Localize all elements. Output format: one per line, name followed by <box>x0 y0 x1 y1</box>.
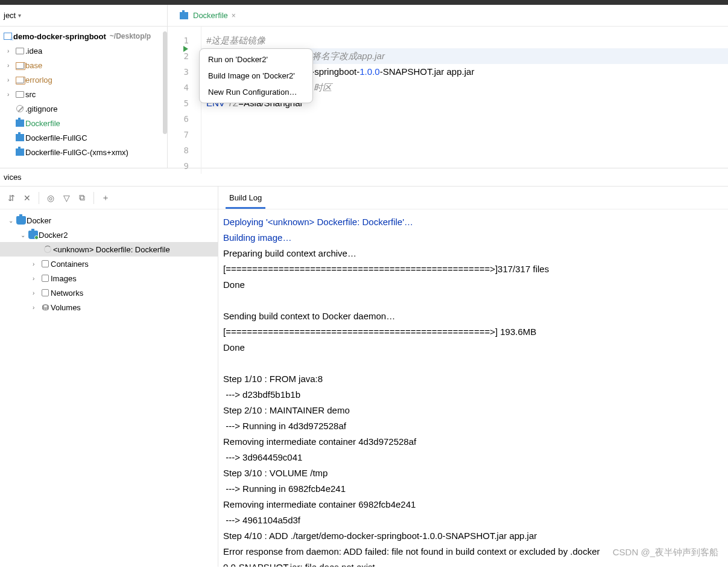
menu-run-docker2[interactable]: Run on 'Docker2' <box>200 51 312 68</box>
window-titlebar <box>0 0 728 5</box>
whale-connected-icon <box>28 231 39 239</box>
volumes-icon: ⛁ <box>40 303 51 312</box>
spinner-icon <box>42 246 53 253</box>
tree-item-gitignore[interactable]: .gitignore <box>0 101 167 116</box>
svc-label: Networks <box>51 289 83 298</box>
tree-item-errorlog[interactable]: › errorlog <box>0 72 167 87</box>
tree-item-src[interactable]: › src <box>0 87 167 101</box>
chevron-right-icon: › <box>33 261 40 267</box>
folder-icon <box>14 62 25 69</box>
chevron-right-icon: › <box>7 48 14 54</box>
svc-images[interactable]: › Images <box>0 271 218 286</box>
menu-new-run-config[interactable]: New Run Configuration… <box>200 84 312 100</box>
menu-build-image[interactable]: Build Image on 'Docker2' <box>200 68 312 84</box>
add-icon[interactable]: ＋ <box>99 191 112 205</box>
tree-item-dockerfile-fullgc[interactable]: Dockerfile-FullGC <box>0 130 167 145</box>
networks-icon <box>40 289 51 296</box>
build-log-tabs: Build Log <box>218 187 728 209</box>
project-header-label: ject <box>4 11 16 20</box>
project-root-name: demo-docker-springboot <box>13 32 106 41</box>
editor-tab-dockerfile[interactable]: Dockerfile × <box>168 5 244 27</box>
svc-label: Docker <box>27 216 51 225</box>
tree-label: Dockerfile-FullGC <box>25 133 87 142</box>
project-panel: ject ▾ demo-docker-springboot ~/Desktop/… <box>0 5 168 168</box>
whale-icon <box>16 216 27 225</box>
chevron-down-icon: ⌄ <box>8 217 16 224</box>
containers-icon <box>40 260 51 267</box>
expand-all-icon[interactable]: ⇵ <box>5 191 18 205</box>
context-menu: Run on 'Docker2' Build Image on 'Docker2… <box>199 48 313 103</box>
close-icon[interactable]: × <box>232 11 236 20</box>
svc-networks[interactable]: › Networks <box>0 286 218 300</box>
tree-label: .idea <box>25 46 42 56</box>
svc-docker[interactable]: ⌄ Docker <box>0 213 218 228</box>
project-tree: demo-docker-springboot ~/Desktop/p › .id… <box>0 27 167 162</box>
services-toolbar: ⇵ ✕ ◎ ▽ ⧉ ＋ <box>0 187 218 209</box>
tree-label: Dockerfile <box>25 119 60 128</box>
docker-icon <box>14 134 25 141</box>
chevron-right-icon: › <box>7 91 14 98</box>
separator <box>93 192 94 204</box>
chevron-right-icon: › <box>33 304 40 311</box>
project-root-path: ~/Desktop/p <box>110 32 151 40</box>
svc-label: <unknown> Dockerfile: Dockerfile <box>53 245 170 254</box>
services-right-panel: Build Log Deploying '<unknown> Dockerfil… <box>218 187 728 567</box>
docker-icon <box>179 12 189 19</box>
svc-label: Images <box>51 274 77 283</box>
services-body: ⇵ ✕ ◎ ▽ ⧉ ＋ ⌄ Docker ⌄ Docker2 <unknown>… <box>0 187 728 567</box>
tree-label: base <box>25 61 42 70</box>
docker-icon <box>14 148 25 156</box>
main-area: ject ▾ demo-docker-springboot ~/Desktop/… <box>0 5 728 168</box>
ignore-icon <box>14 105 25 112</box>
tab-build-log[interactable]: Build Log <box>226 188 265 209</box>
watermark: CSDN @_夜半钟声到客船 <box>613 547 718 558</box>
folder-icon <box>14 48 25 54</box>
services-left-panel: ⇵ ✕ ◎ ▽ ⧉ ＋ ⌄ Docker ⌄ Docker2 <unknown>… <box>0 187 218 567</box>
scrollbar-thumb[interactable] <box>163 31 167 134</box>
tree-label: Dockerfile-FullGC-(xms+xmx) <box>25 148 128 157</box>
svc-running-dockerfile[interactable]: <unknown> Dockerfile: Dockerfile <box>0 242 218 257</box>
chevron-down-icon: ⌄ <box>21 232 28 238</box>
services-tree: ⌄ Docker ⌄ Docker2 <unknown> Dockerfile:… <box>0 209 218 318</box>
filter-icon[interactable]: ▽ <box>60 191 73 205</box>
project-icon <box>2 33 13 40</box>
svc-label: Volumes <box>51 303 81 312</box>
tree-item-base[interactable]: › base <box>0 58 167 72</box>
tree-item-dockerfile[interactable]: Dockerfile <box>0 116 167 130</box>
tree-label: errorlog <box>25 75 52 85</box>
open-icon[interactable]: ⧉ <box>75 191 89 205</box>
separator <box>39 192 39 204</box>
svc-label: Docker2 <box>39 231 68 240</box>
chevron-down-icon: ▾ <box>18 12 21 19</box>
chevron-right-icon: › <box>33 290 40 296</box>
services-title: vices <box>4 173 22 182</box>
images-icon <box>40 275 51 282</box>
folder-icon <box>14 91 25 98</box>
svc-docker2[interactable]: ⌄ Docker2 <box>0 228 218 242</box>
editor-tab-bar: Dockerfile × <box>168 5 728 27</box>
tree-item-idea[interactable]: › .idea <box>0 43 167 58</box>
tree-label: src <box>25 90 36 99</box>
tab-label: Dockerfile <box>193 11 228 20</box>
tree-item-dockerfile-fullgc-xms[interactable]: Dockerfile-FullGC-(xms+xmx) <box>0 145 167 159</box>
show-icon[interactable]: ◎ <box>44 191 57 205</box>
svc-containers[interactable]: › Containers <box>0 257 218 271</box>
folder-icon <box>14 77 25 83</box>
project-header[interactable]: ject ▾ <box>0 5 167 27</box>
tree-label: .gitignore <box>25 104 57 113</box>
build-log-output[interactable]: Deploying '<unknown> Dockerfile: Dockerf… <box>218 209 728 567</box>
project-root[interactable]: demo-docker-springboot ~/Desktop/p <box>0 29 167 43</box>
run-gutter-icon[interactable] <box>183 46 188 52</box>
docker-icon <box>14 120 25 127</box>
svc-volumes[interactable]: › ⛁ Volumes <box>0 300 218 314</box>
chevron-right-icon: › <box>7 62 14 69</box>
svc-label: Containers <box>51 260 89 269</box>
chevron-right-icon: › <box>33 275 40 282</box>
chevron-right-icon: › <box>7 77 14 83</box>
collapse-all-icon[interactable]: ✕ <box>21 191 34 205</box>
